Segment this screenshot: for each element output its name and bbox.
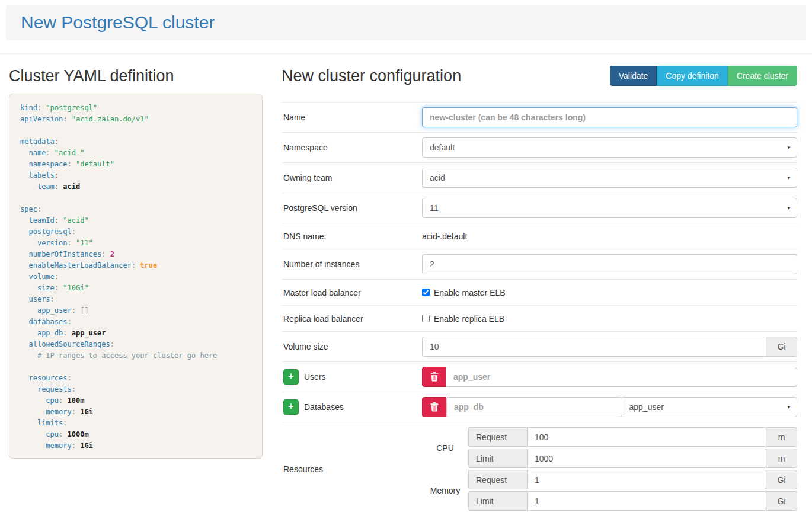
config-header: New cluster configuration Validate Copy … bbox=[282, 62, 797, 94]
replica-elb-checkbox-label: Enable replica ELB bbox=[434, 314, 504, 324]
master-lb-label: Master load balancer bbox=[282, 288, 422, 297]
chevron-down-icon: ▼ bbox=[787, 405, 791, 410]
volume-size-label: Volume size bbox=[282, 342, 422, 351]
add-database-button[interactable]: + bbox=[283, 399, 299, 415]
namespace-label: Namespace bbox=[282, 143, 422, 152]
volume-unit-addon: Gi bbox=[766, 337, 797, 357]
dns-name-label: DNS name: bbox=[282, 232, 422, 241]
page-title: New PostgreSQL cluster bbox=[21, 12, 791, 33]
pg-version-label: PostgreSQL version bbox=[282, 203, 422, 213]
row-master-lb: Master load balancer Enable master ELB bbox=[282, 279, 797, 305]
yaml-column: Cluster YAML definition kind: "postgresq… bbox=[9, 62, 263, 515]
row-name: Name bbox=[282, 102, 797, 132]
instances-label: Number of instances bbox=[282, 260, 422, 269]
row-dns-name: DNS name: acid-.default bbox=[282, 223, 797, 249]
cpu-limit-addon: Limit bbox=[468, 449, 528, 468]
row-pg-version: PostgreSQL version 11 ▼ bbox=[282, 193, 797, 223]
database-entry: app_user ▼ bbox=[422, 397, 797, 417]
cpu-request-addon: Request bbox=[468, 427, 528, 447]
yaml-code: kind: "postgresql"apiVersion: "acid.zala… bbox=[20, 103, 256, 451]
user-name-input[interactable] bbox=[446, 367, 797, 387]
row-resources: Resources CPU Request m bbox=[282, 422, 797, 515]
memory-request-unit-addon: Gi bbox=[766, 470, 797, 489]
master-elb-checkbox-label: Enable master ELB bbox=[434, 288, 506, 297]
chevron-down-icon: ▼ bbox=[787, 175, 791, 181]
main-content: Cluster YAML definition kind: "postgresq… bbox=[0, 62, 812, 515]
cpu-limit-group: Limit m bbox=[468, 449, 797, 468]
cpu-request-unit-addon: m bbox=[766, 427, 797, 447]
memory-resources: Memory Request Gi Limit bbox=[422, 470, 797, 511]
memory-limit-group: Limit Gi bbox=[468, 491, 797, 511]
memory-request-input[interactable] bbox=[527, 470, 766, 489]
action-button-group: Validate Copy definiton Create cluster bbox=[610, 66, 797, 86]
namespace-select-value: default bbox=[430, 143, 455, 152]
row-replica-lb: Replica load balancer Enable replica ELB bbox=[282, 305, 797, 331]
create-cluster-button[interactable]: Create cluster bbox=[728, 66, 797, 86]
memory-limit-input[interactable] bbox=[527, 491, 766, 511]
row-instances: Number of instances bbox=[282, 249, 797, 279]
row-volume-size: Volume size Gi bbox=[282, 331, 797, 361]
owning-team-select-value: acid bbox=[430, 173, 445, 182]
replica-lb-label: Replica load balancer bbox=[282, 314, 422, 324]
chevron-down-icon: ▼ bbox=[787, 206, 791, 211]
database-owner-select-value: app_user bbox=[629, 402, 664, 412]
memory-request-group: Request Gi bbox=[468, 470, 797, 489]
row-namespace: Namespace default ▼ bbox=[282, 132, 797, 162]
trash-icon bbox=[430, 372, 439, 382]
cpu-resources: CPU Request m Limit m bbox=[422, 427, 797, 468]
memory-limit-addon: Limit bbox=[468, 491, 528, 511]
validate-button[interactable]: Validate bbox=[610, 66, 657, 86]
add-user-button[interactable]: + bbox=[283, 369, 299, 385]
replica-elb-checkbox-wrap: Enable replica ELB bbox=[422, 314, 504, 324]
page-header: New PostgreSQL cluster bbox=[6, 5, 806, 40]
copy-definition-button[interactable]: Copy definiton bbox=[657, 66, 728, 86]
pg-version-select-value: 11 bbox=[430, 203, 439, 213]
volume-size-input[interactable] bbox=[422, 337, 766, 357]
databases-label: Databases bbox=[304, 402, 344, 412]
delete-user-button[interactable] bbox=[422, 367, 446, 387]
replica-elb-checkbox[interactable] bbox=[422, 315, 430, 322]
row-users: + Users bbox=[282, 361, 797, 392]
plus-icon: + bbox=[288, 372, 293, 381]
name-label: Name bbox=[282, 113, 422, 122]
header-divider bbox=[0, 53, 812, 54]
config-column: New cluster configuration Validate Copy … bbox=[282, 62, 797, 515]
trash-icon bbox=[430, 402, 439, 412]
users-label: Users bbox=[304, 372, 326, 382]
yaml-heading: Cluster YAML definition bbox=[9, 67, 263, 85]
resources-label: Resources bbox=[282, 465, 422, 474]
master-elb-checkbox-wrap: Enable master ELB bbox=[422, 288, 506, 297]
yaml-panel: kind: "postgresql"apiVersion: "acid.zala… bbox=[9, 94, 263, 459]
memory-limit-unit-addon: Gi bbox=[766, 491, 797, 511]
cluster-name-input[interactable] bbox=[422, 107, 797, 127]
plus-icon: + bbox=[288, 402, 293, 411]
database-name-input[interactable] bbox=[446, 397, 622, 417]
namespace-select[interactable]: default ▼ bbox=[422, 137, 797, 158]
cpu-request-input[interactable] bbox=[527, 427, 766, 447]
database-owner-select[interactable]: app_user ▼ bbox=[622, 397, 798, 417]
config-heading: New cluster configuration bbox=[282, 67, 461, 85]
owning-team-select[interactable]: acid ▼ bbox=[422, 168, 797, 188]
cpu-request-group: Request m bbox=[468, 427, 797, 447]
chevron-down-icon: ▼ bbox=[787, 145, 791, 150]
delete-database-button[interactable] bbox=[422, 397, 446, 417]
cpu-label: CPU bbox=[422, 443, 468, 453]
owning-team-label: Owning team bbox=[282, 173, 422, 182]
memory-label: Memory bbox=[422, 486, 468, 495]
row-owning-team: Owning team acid ▼ bbox=[282, 162, 797, 193]
config-form: Name Namespace default ▼ Owning team bbox=[282, 102, 797, 515]
user-entry bbox=[422, 367, 797, 387]
master-elb-checkbox[interactable] bbox=[422, 289, 430, 296]
instances-input[interactable] bbox=[422, 254, 797, 274]
dns-name-value: acid-.default bbox=[422, 232, 467, 241]
cpu-limit-input[interactable] bbox=[527, 449, 766, 468]
memory-request-addon: Request bbox=[468, 470, 528, 489]
pg-version-select[interactable]: 11 ▼ bbox=[422, 198, 797, 218]
cpu-limit-unit-addon: m bbox=[766, 449, 797, 468]
row-databases: + Databases bbox=[282, 392, 797, 422]
